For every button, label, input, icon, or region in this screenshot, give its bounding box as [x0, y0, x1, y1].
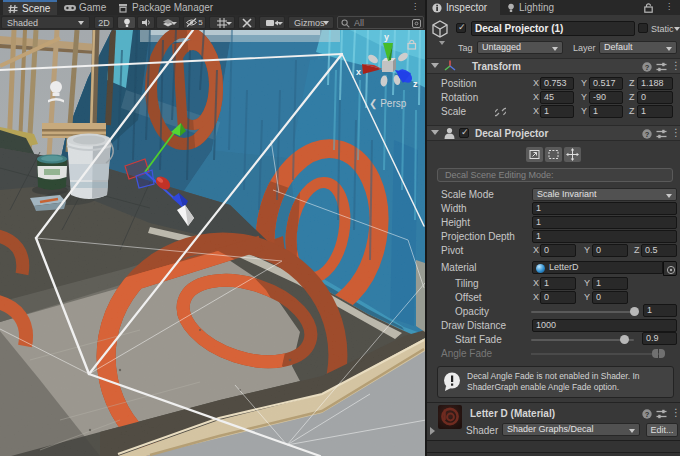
- svg-text:z: z: [413, 79, 418, 89]
- svg-text:❮ Persp: ❮ Persp: [369, 98, 407, 110]
- svg-text:y: y: [384, 32, 389, 42]
- svg-text:?: ?: [645, 63, 650, 72]
- svg-text:x: x: [356, 67, 361, 77]
- svg-text:?: ?: [645, 410, 650, 419]
- svg-text:?: ?: [645, 130, 650, 139]
